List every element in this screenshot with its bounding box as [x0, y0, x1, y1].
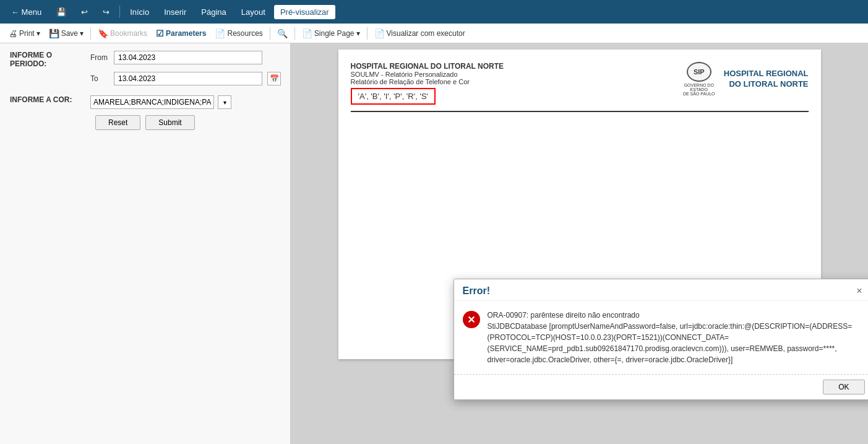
toolbar-sep-2	[270, 27, 270, 40]
print-dropdown-icon: ▾	[37, 29, 40, 38]
right-panel: HOSPITAL REGIONAL DO LITORAL NORTE SOULM…	[291, 43, 868, 444]
nav-bar: ← Menu 💾 ↩ ↪ Início Inserir Página Layou…	[0, 0, 868, 24]
print-button[interactable]: 🖨 Print ▾	[5, 27, 44, 40]
cor-label: INFORME A COR:	[10, 95, 90, 104]
parameters-icon: ☑	[156, 28, 164, 38]
left-panel: INFORME O PERIODO: From To 📅 INFORME A C…	[0, 43, 291, 444]
period-group: From To 📅	[90, 51, 281, 89]
cor-row: ▾	[90, 95, 231, 109]
nav-undo-icon[interactable]: ↩	[75, 5, 94, 19]
sp-logo-circle: SIP	[687, 62, 711, 82]
error-dialog-body: ✕ ORA-00907: parêntese direito não encon…	[454, 301, 869, 374]
reset-button[interactable]: Reset	[95, 115, 140, 130]
report-title-block: HOSPITAL REGIONAL DO LITORAL NORTE SOULM…	[351, 62, 681, 105]
search-icon: 🔍	[277, 28, 288, 38]
error-dialog: Error! × ✕ ORA-00907: parêntese direito …	[453, 279, 869, 400]
visualizar-button[interactable]: 📄 Visualizar com executor	[371, 27, 469, 40]
save-dropdown-icon: ▾	[80, 29, 84, 38]
toolbar: 🖨 Print ▾ 💾 Save ▾ 🔖 Bookmarks ☑ Paramet…	[0, 24, 868, 43]
cor-input[interactable]	[90, 95, 214, 109]
toolbar-sep-3	[294, 27, 295, 40]
error-dialog-title: Error!	[463, 285, 490, 297]
from-input[interactable]	[114, 51, 262, 64]
single-page-icon: 📄	[302, 28, 312, 38]
hospital-logo-text: HOSPITAL REGIONALDO LITORAL NORTE	[724, 69, 809, 90]
visualizar-label: Visualizar com executor	[387, 29, 465, 38]
single-page-label: Single Page	[314, 29, 355, 38]
nav-save-icon[interactable]: 💾	[50, 5, 72, 19]
error-icon: ✕	[463, 311, 480, 328]
single-page-dropdown-icon: ▾	[356, 29, 360, 38]
nav-item-inicio[interactable]: Início	[124, 5, 155, 19]
from-label: From	[90, 53, 109, 62]
error-dialog-footer: OK	[454, 374, 869, 399]
nav-item-layout[interactable]: Layout	[235, 5, 272, 19]
action-buttons: Reset Submit	[95, 115, 280, 130]
parameters-button[interactable]: ☑ Parameters	[152, 27, 210, 40]
toolbar-sep-1	[90, 27, 91, 40]
nav-redo-icon[interactable]: ↪	[97, 5, 116, 19]
submit-button[interactable]: Submit	[145, 115, 194, 130]
parameters-label: Parameters	[166, 29, 206, 38]
save-icon: 💾	[49, 28, 59, 38]
sp-logo: SIP GOVERNO DO ESTADODE SÃO PAULO	[681, 62, 718, 96]
resources-icon: 📄	[215, 28, 225, 38]
sp-logo-text: GOVERNO DO ESTADODE SÃO PAULO	[681, 83, 718, 96]
search-button[interactable]: 🔍	[273, 27, 291, 40]
error-dialog-close-button[interactable]: ×	[854, 285, 864, 297]
resources-button[interactable]: 📄 Resources	[211, 27, 266, 40]
print-label: Print	[19, 29, 35, 38]
cor-section: INFORME A COR: ▾	[10, 95, 280, 109]
to-input[interactable]	[114, 72, 262, 85]
periodo-section: INFORME O PERIODO: From To 📅	[10, 51, 280, 89]
resources-label: Resources	[227, 29, 262, 38]
ok-button[interactable]: OK	[823, 380, 864, 394]
nav-item-inserir[interactable]: Inserir	[158, 5, 192, 19]
from-row: From	[90, 51, 281, 64]
save-button[interactable]: 💾 Save ▾	[45, 27, 87, 40]
report-logo-area: SIP GOVERNO DO ESTADODE SÃO PAULO HOSPIT…	[681, 62, 809, 96]
print-icon: 🖨	[9, 28, 17, 38]
report-hospital-name: HOSPITAL REGIONAL DO LITORAL NORTE	[351, 62, 681, 71]
single-page-button[interactable]: 📄 Single Page ▾	[298, 27, 364, 40]
error-message: ORA-00907: parêntese direito não encontr…	[488, 310, 865, 365]
nav-menu-back[interactable]: ← Menu	[5, 5, 48, 19]
nav-item-pagina[interactable]: Página	[195, 5, 232, 19]
bookmarks-label: Bookmarks	[110, 29, 147, 38]
nav-separator-1	[119, 6, 120, 18]
report-header: HOSPITAL REGIONAL DO LITORAL NORTE SOULM…	[351, 62, 809, 105]
calendar-button[interactable]: 📅	[267, 72, 281, 85]
error-dialog-header: Error! ×	[454, 279, 869, 301]
to-label: To	[90, 74, 109, 83]
bookmarks-button[interactable]: 🔖 Bookmarks	[94, 27, 151, 40]
toolbar-sep-4	[367, 27, 367, 40]
periodo-label: INFORME O PERIODO:	[10, 51, 90, 68]
cor-dropdown-button[interactable]: ▾	[218, 95, 231, 109]
annotation-box: 'A', 'B', 'I', 'P', 'R', 'S'	[351, 88, 436, 105]
visualizar-icon: 📄	[374, 28, 385, 38]
report-system-name: SOULMV - Relatório Personalizado	[351, 71, 681, 78]
report-title: Relatório de Relação de Telefone e Cor	[351, 78, 681, 85]
bookmarks-icon: 🔖	[98, 28, 108, 38]
to-row: To 📅	[90, 72, 281, 85]
save-label: Save	[61, 29, 78, 38]
nav-item-pre-visualizar[interactable]: Pré-visualizar	[274, 5, 335, 19]
report-divider	[351, 111, 809, 112]
main-container: INFORME O PERIODO: From To 📅 INFORME A C…	[0, 43, 868, 444]
